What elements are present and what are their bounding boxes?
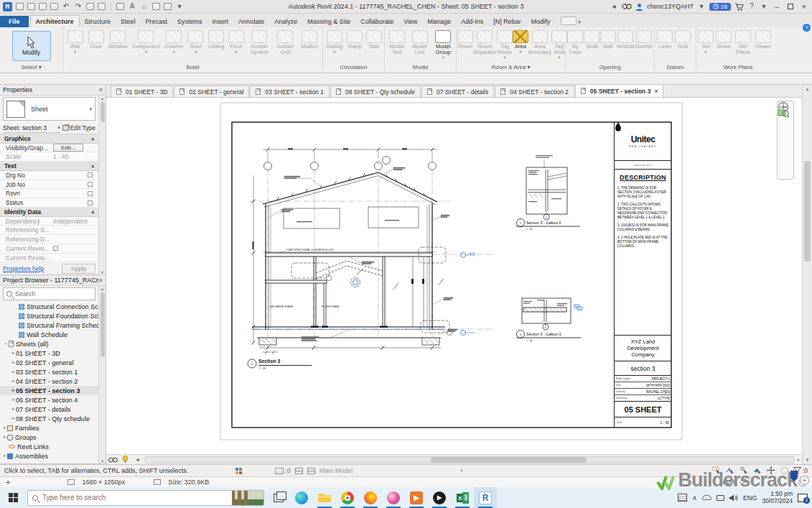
tool-column[interactable]: Column▾ <box>162 29 186 54</box>
open-icon[interactable] <box>27 3 35 10</box>
h-scroll-right-icon[interactable]: ▸ <box>797 457 800 463</box>
tab-massing-site[interactable]: Massing & Site <box>302 16 355 27</box>
properties-help-link[interactable]: Properties help <box>3 265 44 272</box>
tool-vertical[interactable]: Vertical <box>616 29 635 50</box>
close-button[interactable]: × <box>799 3 809 11</box>
tab-structure[interactable]: Structure <box>80 16 116 27</box>
start-button[interactable] <box>1 487 24 508</box>
checkbox[interactable] <box>88 172 93 177</box>
v-scroll-down-icon[interactable]: ▾ <box>806 457 809 463</box>
excel-button[interactable]: X <box>451 487 474 508</box>
minimize-button[interactable]: – <box>772 3 782 11</box>
doc-tab-07-sheet-details[interactable]: 07 SHEET - details <box>421 86 494 97</box>
help-icon[interactable]: ? <box>747 2 756 11</box>
tool-ramp[interactable]: Ramp <box>345 29 365 50</box>
select-by-face-toggle-icon[interactable] <box>753 466 762 475</box>
tool-wall-opening[interactable]: Wall <box>600 29 616 50</box>
design-option-select[interactable]: Main Model▾ <box>319 467 463 474</box>
doc-tab-05-sheet-section3[interactable]: 05 SHEET - section 3× <box>575 84 664 97</box>
tool-component[interactable]: Component▾ <box>130 29 162 54</box>
revit-app-icon[interactable]: R <box>3 2 12 11</box>
tool-curtain-system[interactable]: Curtain System <box>246 29 273 55</box>
browser-item-assemblies[interactable]: +Assemblies <box>0 451 98 461</box>
trial-days-badge[interactable]: 28 <box>709 3 731 11</box>
navigation-bar[interactable]: ▾ ▾ <box>777 101 794 180</box>
language-indicator[interactable]: ENG <box>743 494 757 502</box>
tab-modify[interactable]: Modify <box>526 16 556 27</box>
tool-roof[interactable]: Roof▾ <box>186 29 205 54</box>
maximize-button[interactable] <box>785 3 795 11</box>
default-3d-view-icon[interactable]: ⌂ <box>140 2 149 11</box>
taskbar-search-input[interactable] <box>42 494 228 502</box>
help-bubble-icon[interactable]: ? <box>803 24 811 32</box>
network-icon[interactable] <box>717 495 724 501</box>
doc-tab-04-sheet-section2[interactable]: 04 SHEET - section 2 <box>495 86 574 97</box>
volume-icon[interactable] <box>729 494 738 502</box>
tool-model-group[interactable]: Model Group▾ <box>431 29 455 60</box>
checkbox[interactable] <box>53 246 58 251</box>
tool-wall[interactable]: Wall▾ <box>64 29 86 54</box>
tab-analyze[interactable]: Analyze <box>269 16 302 27</box>
browser-item-sheets-all[interactable]: −Sheets (all) <box>0 339 98 348</box>
v-scroll-up-icon[interactable]: ▴ <box>806 86 809 92</box>
search-input[interactable] <box>15 290 87 297</box>
file-menu-icon[interactable] <box>16 3 24 10</box>
collapse-icon[interactable]: ▴ <box>91 136 94 142</box>
browser-search[interactable] <box>3 287 95 300</box>
browser-scrollbar[interactable]: ▴▾ <box>98 286 106 463</box>
tool-level[interactable]: Level <box>655 29 674 50</box>
foyer-frame-label[interactable]: FOYER FRAME <box>322 305 340 308</box>
instance-selector[interactable]: Sheet: section 3▾ <box>3 123 60 133</box>
infocenter-collapse-icon[interactable]: ◂ <box>610 2 618 11</box>
collapse-view-bar-icon[interactable]: ◂ <box>133 456 142 463</box>
close-icon[interactable]: × <box>99 86 103 93</box>
edit-type-button[interactable]: Edit Type <box>62 124 95 131</box>
user-icon[interactable] <box>635 3 643 11</box>
tool-ref-plane[interactable]: Ref Plane <box>733 29 753 55</box>
drag-elements-toggle-icon[interactable] <box>767 466 776 475</box>
tool-window[interactable]: Window <box>106 29 130 50</box>
qat-dropdown-icon[interactable]: ▾ <box>175 2 184 11</box>
file-explorer-button[interactable] <box>313 487 336 508</box>
browser-item-structural-connection[interactable]: Structural Connection Sche <box>0 302 98 311</box>
browser-item-sheet-04[interactable]: +04 SHEET - section 2 <box>0 377 98 386</box>
taskbar-search[interactable] <box>27 490 264 506</box>
prop-row-visibility[interactable]: Visibility/Grap...Edit... <box>0 144 98 153</box>
tab-addins[interactable]: Add-Ins <box>456 16 488 27</box>
prop-section-identity[interactable]: Identity Data▴ <box>0 208 98 217</box>
prop-row-drg-no[interactable]: Drg No <box>0 171 98 180</box>
vertical-scrollbar[interactable]: ▴ ▾ <box>802 85 812 464</box>
tool-room-separator[interactable]: Room Separator <box>473 29 497 55</box>
design-options-icon[interactable] <box>307 468 315 474</box>
tool-set[interactable]: Set▾ <box>697 29 714 54</box>
browser-item-revit-links[interactable]: Revit Links <box>0 442 98 451</box>
prop-row-referencing-detail[interactable]: Referencing D... <box>0 235 98 244</box>
username[interactable]: chenc13YQAHT <box>647 3 694 10</box>
browser-item-sheet-07[interactable]: +07 SHEET - details <box>0 405 98 414</box>
measure-icon[interactable] <box>98 3 106 10</box>
doc-tab-03-sheet-section1[interactable]: 03 SHEET - section 1 <box>250 86 330 97</box>
prop-row-current-revision1[interactable]: Current Revisi... <box>0 244 98 254</box>
browser-item-sheet-03[interactable]: +03 SHEET - section 1 <box>0 367 98 377</box>
prop-row-job-no[interactable]: Job No <box>0 180 98 190</box>
prop-row-referencing-sheet[interactable]: Referencing S... <box>0 226 98 235</box>
paint-button[interactable] <box>382 487 405 508</box>
aligned-dimension-icon[interactable] <box>116 3 124 10</box>
h-scroll-thumb[interactable] <box>431 457 587 463</box>
tab-steel[interactable]: Steel <box>116 16 141 27</box>
save-icon[interactable] <box>39 3 47 10</box>
worksets-control[interactable]: :0 <box>275 467 291 474</box>
horizontal-scrollbar[interactable] <box>145 456 794 463</box>
tool-curtain-grid[interactable]: Curtain Grid <box>273 29 298 55</box>
expand-icon[interactable]: + <box>10 350 16 356</box>
tool-grid[interactable]: Grid <box>674 29 691 50</box>
zoom-in-icon[interactable]: + <box>798 479 806 486</box>
apply-button[interactable]: Apply <box>62 264 95 274</box>
v-scroll-thumb[interactable] <box>804 161 811 262</box>
ribbon-display-toggle-icon[interactable]: ▾ <box>578 19 581 25</box>
tab-architecture[interactable]: Architecture <box>30 15 80 27</box>
media-player-button[interactable]: ▶ <box>428 487 451 508</box>
tab-annotate[interactable]: Annotate <box>233 16 269 27</box>
editable-list-icon[interactable] <box>295 468 303 474</box>
prop-row-current-revision2[interactable]: Current Revisi... <box>0 254 98 263</box>
